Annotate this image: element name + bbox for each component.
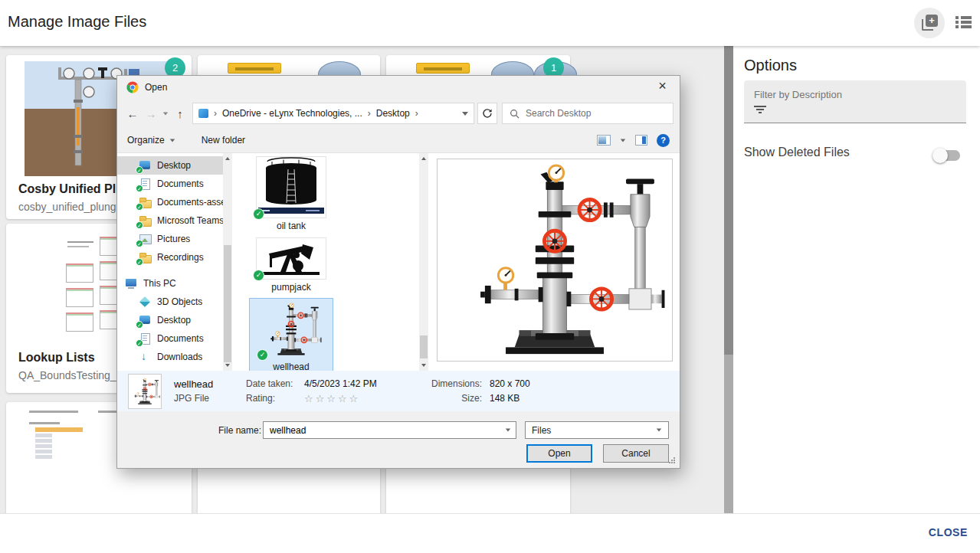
file-list-scrollbar[interactable] xyxy=(419,153,428,371)
sync-check-icon: ✓ xyxy=(257,349,268,361)
resize-grip[interactable] xyxy=(669,457,676,464)
recent-locations-chevron-icon[interactable] xyxy=(160,112,171,116)
date-taken-label: Date taken: xyxy=(246,377,298,391)
back-icon[interactable]: ← xyxy=(123,107,142,120)
tree-item-downloads[interactable]: Downloads xyxy=(117,348,223,366)
tree-item-microsoft-teams[interactable]: ✓ Microsoft Teams xyxy=(117,211,223,230)
dimensions-value: 820 x 700 xyxy=(490,377,530,391)
page-footer: CLOSE xyxy=(0,513,980,553)
search-icon xyxy=(510,109,519,119)
file-name-input[interactable] xyxy=(263,421,516,439)
rating-label: Rating: xyxy=(246,391,298,406)
scroll-down-icon[interactable] xyxy=(225,364,230,367)
options-heading: Options xyxy=(744,57,797,74)
file-name-label: File name: xyxy=(208,425,261,436)
file-name: oil tank xyxy=(249,221,333,231)
preview-image xyxy=(437,159,673,362)
show-deleted-label: Show Deleted Files xyxy=(744,146,850,159)
breadcrumb-chevron-icon[interactable] xyxy=(462,112,468,116)
views-icon[interactable] xyxy=(597,135,611,146)
tree-item-recordings[interactable]: ✓ Recordings xyxy=(117,248,223,267)
breadcrumb-item-desktop[interactable]: Desktop xyxy=(376,108,410,119)
tree-item-desktop[interactable]: ✓ Desktop xyxy=(117,156,223,175)
documents-icon: ✓ xyxy=(139,178,151,190)
tree-item-documents[interactable]: ✓ Documents xyxy=(117,175,223,193)
help-icon[interactable]: ? xyxy=(657,134,670,147)
pictures-icon: ✓ xyxy=(139,233,151,245)
documents-icon: ✓ xyxy=(139,332,151,345)
open-button[interactable]: Open xyxy=(526,444,592,463)
card-thumbnail-label xyxy=(228,63,281,74)
file-item-oil-tank[interactable]: ✓ oil tank xyxy=(249,157,333,231)
sync-check-icon: ✓ xyxy=(136,240,143,247)
tree-item-pictures[interactable]: ✓ Pictures xyxy=(117,230,223,248)
dialog-title: Open xyxy=(145,82,167,93)
folder-tree: ✓ Desktop ✓ Documents ✓ Documents-asse ✓… xyxy=(117,153,232,371)
close-icon[interactable]: × xyxy=(645,76,680,99)
breadcrumb-item-onedrive[interactable]: OneDrive - eLynx Technologies, ... xyxy=(222,108,362,119)
cancel-button[interactable]: Cancel xyxy=(603,444,669,463)
folder-icon: ✓ xyxy=(139,214,151,227)
search-box[interactable] xyxy=(502,103,674,124)
add-image-button[interactable] xyxy=(914,8,945,38)
dialog-titlebar[interactable]: Open × xyxy=(117,76,680,99)
list-view-icon xyxy=(955,16,972,29)
preview-pane-icon[interactable] xyxy=(635,135,647,146)
tree-item-documents-pc[interactable]: ✓ Documents xyxy=(117,329,223,348)
file-details-bar: wellhead JPG File Date taken: Rating: 4/… xyxy=(117,371,680,411)
sync-check-icon: ✓ xyxy=(136,203,143,211)
up-icon[interactable]: ↑ xyxy=(171,107,189,120)
filter-icon xyxy=(754,106,766,115)
scroll-up-icon[interactable] xyxy=(421,157,426,160)
desktop-icon: ✓ xyxy=(139,314,151,326)
oil-tank-thumbnail: ✓ xyxy=(257,157,326,218)
wellhead-thumbnail: ✓ xyxy=(261,303,322,358)
folder-icon: ✓ xyxy=(139,251,151,263)
views-caret-icon[interactable] xyxy=(621,139,625,142)
tree-item-3d-objects[interactable]: 3D Objects xyxy=(117,293,223,311)
main-scrollbar[interactable] xyxy=(724,46,733,513)
preview-pane xyxy=(428,153,680,371)
tree-item-documents-asse[interactable]: ✓ Documents-asse xyxy=(117,193,223,211)
scroll-down-icon[interactable] xyxy=(421,364,426,367)
tree-scrollbar[interactable] xyxy=(223,153,232,371)
forward-icon[interactable]: → xyxy=(142,107,160,120)
file-type-select[interactable]: Files xyxy=(525,421,669,439)
breadcrumb[interactable]: › OneDrive - eLynx Technologies, ... › D… xyxy=(192,103,474,124)
tree-item-desktop-pc[interactable]: ✓ Desktop xyxy=(117,311,223,329)
refresh-button[interactable] xyxy=(477,103,497,124)
onedrive-folder-icon xyxy=(198,109,208,118)
crumb-separator: › xyxy=(415,108,418,119)
file-type-chevron-icon xyxy=(657,429,661,432)
page-title: Manage Image Files xyxy=(8,13,146,31)
file-item-pumpjack[interactable]: ✓ pumpjack xyxy=(249,238,333,293)
size-value: 148 KB xyxy=(490,391,530,406)
selected-file-name: wellhead xyxy=(174,377,246,391)
organize-button[interactable]: Organize xyxy=(127,135,175,146)
organize-label: Organize xyxy=(127,135,165,146)
close-button[interactable]: CLOSE xyxy=(929,526,968,538)
filter-by-description-field[interactable]: Filter by Description xyxy=(744,80,966,123)
dimensions-label: Dimensions: xyxy=(419,377,482,391)
toggle-knob xyxy=(932,148,948,163)
file-name-chevron-icon[interactable] xyxy=(506,429,510,432)
sync-check-icon: ✓ xyxy=(136,185,143,192)
search-input[interactable] xyxy=(526,108,666,119)
options-panel: Options Filter by Description Show Delet… xyxy=(733,46,980,513)
crumb-separator: › xyxy=(368,108,371,119)
card-thumbnail-label xyxy=(416,63,470,74)
tree-scrollbar-thumb[interactable] xyxy=(224,245,231,362)
list-view-button[interactable] xyxy=(955,16,972,29)
show-deleted-toggle[interactable] xyxy=(934,150,960,161)
tree-item-this-pc[interactable]: This PC xyxy=(117,274,223,293)
3d-objects-icon xyxy=(139,296,151,308)
file-list-scrollbar-thumb[interactable] xyxy=(420,335,428,358)
file-type-value: Files xyxy=(532,425,656,436)
star-rating-icons[interactable]: ☆☆☆☆☆ xyxy=(304,391,419,406)
new-folder-button[interactable]: New folder xyxy=(202,135,245,146)
sync-check-icon: ✓ xyxy=(253,208,264,220)
main-scrollbar-thumb[interactable] xyxy=(724,46,733,355)
file-item-wellhead-selected[interactable]: ✓ wellhead xyxy=(249,298,333,375)
scroll-up-icon[interactable] xyxy=(225,157,230,160)
file-name: pumpjack xyxy=(249,282,333,293)
